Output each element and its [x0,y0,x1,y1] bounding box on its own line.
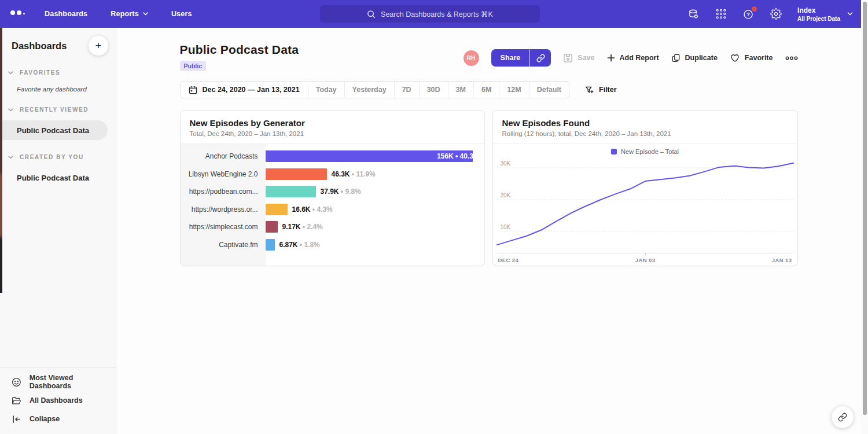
save-icon [563,53,573,63]
section-recently-viewed-header[interactable]: RECENTLY VIEWED [0,106,116,113]
most-viewed-dashboards-link[interactable]: Most Viewed Dashboards [0,373,116,391]
duplicate-label: Duplicate [685,54,718,62]
nav-reports[interactable]: Reports [111,10,148,18]
nav-users-label: Users [171,10,192,18]
plus-icon [607,54,615,62]
bar-segment[interactable] [266,221,278,233]
sidebar-footer: Most Viewed Dashboards All Dashboards Co… [0,367,116,434]
project-selector[interactable]: Index All Project Data [797,6,853,22]
x-axis-label: JAN 03 [635,257,656,263]
public-badge: Public [180,61,207,71]
nav-dashboards[interactable]: Dashboards [45,10,87,18]
date-range-picker[interactable]: Dec 24, 2020 — Jan 13, 2021 [181,82,308,98]
x-axis-labels: DEC 24 JAN 03 JAN 13 [498,257,792,263]
bar-row: Libsyn WebEngine 2.046.3K • 11.9% [181,165,484,183]
section-favorites: FAVORITES Favorite any dashboard [0,69,116,93]
collapse-sidebar-button[interactable]: Collapse [0,410,116,428]
add-report-label: Add Report [620,54,659,62]
sidebar-item-public-podcast-data[interactable]: Public Podcast Data [0,120,108,140]
legend-label: New Episode – Total [621,148,679,155]
section-created-by-you-header[interactable]: CREATED BY YOU [0,154,116,160]
dashboard-actions: RH Share Save [464,49,798,67]
date-preset-default[interactable]: Default [529,82,569,98]
filter-button[interactable]: Filter [585,86,617,94]
bar-category-label: Libsyn WebEngine 2.0 [181,170,266,178]
section-label: FAVORITES [20,69,60,76]
ellipsis-icon [785,56,798,60]
data-sources-icon[interactable] [687,8,700,20]
all-dashboards-link[interactable]: All Dashboards [0,391,116,410]
bar-category-label: Anchor Podcasts [181,152,266,160]
date-preset-12m[interactable]: 12M [499,82,528,98]
nav-dashboards-label: Dashboards [45,10,87,18]
settings-gear-icon[interactable] [770,8,782,20]
bar-category-label: https://podbean.com... [181,187,266,196]
section-favorites-header[interactable]: FAVORITES [0,69,116,76]
y-axis-label: 30K [501,160,511,167]
date-preset-3m[interactable]: 3M [448,82,473,98]
bar-segment[interactable] [266,239,275,251]
bar-value-label: 6.87K • 1.8% [279,241,320,249]
chevron-down-icon [8,156,13,159]
sidebar-title: Dashboards [12,41,67,52]
date-preset-6m[interactable]: 6M [473,82,499,98]
chevron-down-icon [143,12,148,16]
calendar-icon [189,86,197,94]
help-icon[interactable]: ? [742,8,755,20]
bar-value-label: 156K • 40.3% [437,152,480,160]
date-preset-7d[interactable]: 7D [394,82,419,98]
app-logo[interactable] [10,10,25,17]
search-placeholder: Search Dashboards & Reports ⌘K [381,10,493,19]
date-range-text: Dec 24, 2020 — Jan 13, 2021 [203,86,300,94]
floating-copy-link-button[interactable] [832,406,854,428]
bar-chart-subtitle: Total, Dec 24th, 2020 – Jan 13th, 2021 [190,130,475,137]
favorite-button[interactable]: Favorite [730,53,773,63]
page-title: Public Podcast Data [180,43,299,57]
project-scope: All Project Data [797,16,840,22]
notification-dot [752,6,757,12]
bar-segment[interactable] [266,168,327,180]
search-input[interactable]: Search Dashboards & Reports ⌘K [320,5,540,23]
nav-users[interactable]: Users [171,10,192,18]
favorites-placeholder: Favorite any dashboard [0,76,116,93]
sidebar-item-public-podcast-data[interactable]: Public Podcast Data [0,168,116,187]
bar-row: https://simplecast.com9.17K • 2.4% [181,218,484,236]
date-preset-yesterday[interactable]: Yesterday [344,82,394,98]
share-button-group: Share [491,49,551,67]
y-axis-label: 10K [501,224,511,230]
footer-item-label: All Dashboards [30,396,83,404]
apps-grid-icon[interactable] [715,8,727,20]
bar-segment[interactable] [266,204,288,215]
section-label: CREATED BY YOU [20,154,84,160]
date-range-control: Dec 24, 2020 — Jan 13, 2021 TodayYesterd… [180,81,570,98]
date-preset-30d[interactable]: 30D [419,82,448,98]
copy-link-button[interactable] [529,49,551,67]
avatar[interactable]: RH [464,50,479,66]
chevron-down-icon [8,108,13,112]
date-preset-today[interactable]: Today [308,82,344,98]
logo-dot [23,13,25,14]
footer-item-label: Collapse [30,415,60,423]
share-button[interactable]: Share [491,49,530,67]
duplicate-button[interactable]: Duplicate [671,53,718,62]
folder-icon [12,396,21,406]
primary-nav: Dashboards Reports Users [45,10,192,18]
chevron-down-icon [847,12,853,16]
topbar-actions: ? Index All Project Data [687,0,853,28]
add-dashboard-button[interactable]: + [89,36,108,56]
add-report-button[interactable]: Add Report [607,54,659,62]
x-axis-label: DEC 24 [498,257,519,263]
bar-segment[interactable] [266,186,316,197]
bar-row: Captivate.fm6.87K • 1.8% [181,236,484,254]
bar-category-label: https://simplecast.com [181,223,266,231]
heart-icon [730,53,740,63]
link-icon [838,413,847,422]
search-icon [367,10,376,19]
scrollbar-thumb[interactable] [863,2,867,415]
more-options-button[interactable] [785,56,798,60]
save-button[interactable]: Save [563,53,594,63]
section-created-by-you: CREATED BY YOU Public Podcast Data [0,154,116,187]
dashboards-sidebar: Dashboards + FAVORITES Favorite any dash… [0,28,116,434]
section-label: RECENTLY VIEWED [20,106,89,113]
chart-legend: New Episode – Total [493,144,797,159]
